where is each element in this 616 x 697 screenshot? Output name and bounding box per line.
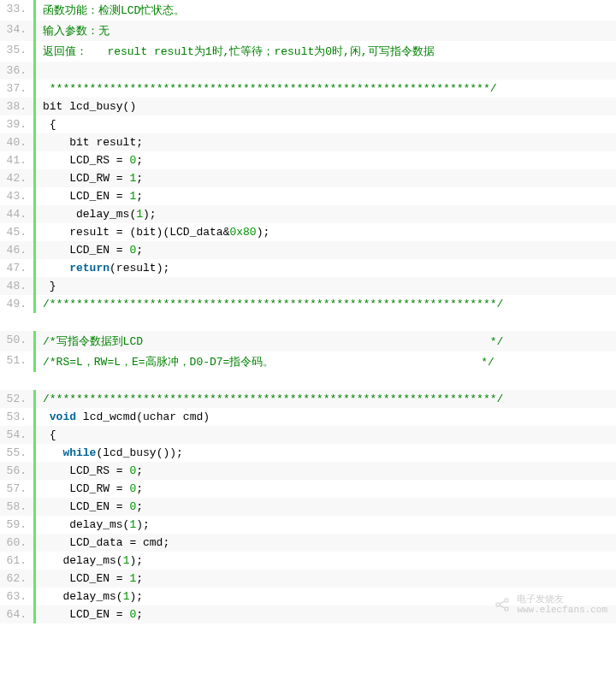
line-content: LCD_data = cmd; xyxy=(36,534,616,552)
line-content: /*RS=L，RW=L，E=高脉冲，D0-D7=指令码。 */ xyxy=(36,351,616,372)
line-content: 返回值： result result为1时,忙等待；result为0时,闲,可写… xyxy=(36,41,616,62)
line-content: delay_ms(1); xyxy=(36,552,616,570)
code-line: 42. LCD_RW = 1; xyxy=(0,169,616,187)
code-line: 59. delay_ms(1); xyxy=(0,516,616,534)
code-line: 49./************************************… xyxy=(0,295,616,313)
line-content: LCD_EN = 1; xyxy=(36,187,616,205)
code-line: 36. xyxy=(0,62,616,80)
watermark-text-2: www.elecfans.com xyxy=(517,605,607,615)
line-number: 61. xyxy=(0,552,36,570)
line-number: 48. xyxy=(0,277,36,295)
code-line: 41. LCD_RS = 0; xyxy=(0,151,616,169)
line-content: } xyxy=(36,277,616,295)
line-number xyxy=(0,372,36,390)
line-content: while(lcd_busy()); xyxy=(36,444,616,462)
line-content: void lcd_wcmd(uchar cmd) xyxy=(36,408,616,426)
svg-point-0 xyxy=(496,603,500,606)
svg-point-2 xyxy=(505,607,508,611)
line-content xyxy=(36,372,616,390)
code-line: 53. void lcd_wcmd(uchar cmd) xyxy=(0,408,616,426)
line-number: 38. xyxy=(0,97,36,115)
code-line: 47. return(result); xyxy=(0,259,616,277)
code-line: 58. LCD_EN = 0; xyxy=(0,498,616,516)
code-line: 46. LCD_EN = 0; xyxy=(0,241,616,259)
code-line: 43. LCD_EN = 1; xyxy=(0,187,616,205)
line-content: return(result); xyxy=(36,259,616,277)
line-number: 44. xyxy=(0,205,36,223)
line-number: 34. xyxy=(0,21,36,41)
line-number: 52. xyxy=(0,390,36,408)
code-line xyxy=(0,313,616,331)
line-content: LCD_RW = 0; xyxy=(36,480,616,498)
code-line: 38.bit lcd_busy() xyxy=(0,97,616,115)
line-number: 60. xyxy=(0,534,36,552)
line-number: 45. xyxy=(0,223,36,241)
code-line: 37. ************************************… xyxy=(0,80,616,97)
line-content: delay_ms(1); xyxy=(36,205,616,223)
line-number: 35. xyxy=(0,41,36,62)
line-number: 56. xyxy=(0,462,36,480)
code-line: 57. LCD_RW = 0; xyxy=(0,480,616,498)
line-content: LCD_EN = 0; xyxy=(36,241,616,259)
line-content: LCD_EN = 0; xyxy=(36,498,616,516)
code-line: 62. LCD_EN = 1; xyxy=(0,570,616,588)
code-line: 33.函数功能：检测LCD忙状态。 xyxy=(0,0,616,21)
line-content: 输入参数：无 xyxy=(36,21,616,41)
line-number: 51. xyxy=(0,351,36,372)
line-number: 64. xyxy=(0,605,36,623)
line-number: 55. xyxy=(0,444,36,462)
line-content: ****************************************… xyxy=(36,80,616,97)
line-number: 43. xyxy=(0,187,36,205)
code-line: 55. while(lcd_busy()); xyxy=(0,444,616,462)
watermark-icon xyxy=(492,594,512,615)
code-line: 54. { xyxy=(0,426,616,444)
code-line: 61. delay_ms(1); xyxy=(0,552,616,570)
line-number: 40. xyxy=(0,133,36,151)
code-line xyxy=(0,372,616,390)
code-line: 40. bit result; xyxy=(0,133,616,151)
code-line: 39. { xyxy=(0,115,616,133)
code-line: 34.输入参数：无 xyxy=(0,21,616,41)
code-line: 44. delay_ms(1); xyxy=(0,205,616,223)
line-number: 63. xyxy=(0,588,36,605)
line-number: 58. xyxy=(0,498,36,516)
svg-point-1 xyxy=(505,599,508,602)
line-content: LCD_RW = 1; xyxy=(36,169,616,187)
line-number: 47. xyxy=(0,259,36,277)
line-content: LCD_RS = 0; xyxy=(36,462,616,480)
line-number: 36. xyxy=(0,62,36,80)
line-content: delay_ms(1); xyxy=(36,516,616,534)
code-line: 50./*写指令数据到LCD */ xyxy=(0,331,616,351)
line-number: 54. xyxy=(0,426,36,444)
code-line: 35.返回值： result result为1时,忙等待；result为0时,闲… xyxy=(0,41,616,62)
code-container: 33.函数功能：检测LCD忙状态。34.输入参数：无35.返回值： result… xyxy=(0,0,616,623)
line-number: 53. xyxy=(0,408,36,426)
code-line: 48. } xyxy=(0,277,616,295)
line-content: 函数功能：检测LCD忙状态。 xyxy=(36,0,616,21)
line-content: { xyxy=(36,115,616,133)
line-number: 33. xyxy=(0,0,36,21)
line-content xyxy=(36,62,616,80)
watermark: 电子发烧友 www.elecfans.com xyxy=(492,594,607,615)
line-number: 46. xyxy=(0,241,36,259)
line-content: /*写指令数据到LCD */ xyxy=(36,331,616,351)
line-number: 37. xyxy=(0,80,36,97)
line-content: /***************************************… xyxy=(36,295,616,313)
line-number: 49. xyxy=(0,295,36,313)
line-number: 50. xyxy=(0,331,36,351)
line-number: 42. xyxy=(0,169,36,187)
line-content: { xyxy=(36,426,616,444)
code-line: 52./************************************… xyxy=(0,390,616,408)
line-number: 59. xyxy=(0,516,36,534)
code-line: 60. LCD_data = cmd; xyxy=(0,534,616,552)
code-line: 45. result = (bit)(LCD_data&0x80); xyxy=(0,223,616,241)
line-content: LCD_RS = 0; xyxy=(36,151,616,169)
watermark-text-1: 电子发烧友 xyxy=(517,594,607,605)
line-content: result = (bit)(LCD_data&0x80); xyxy=(36,223,616,241)
line-number: 57. xyxy=(0,480,36,498)
line-content: bit result; xyxy=(36,133,616,151)
code-line: 56. LCD_RS = 0; xyxy=(0,462,616,480)
line-number: 62. xyxy=(0,570,36,588)
code-line: 51./*RS=L，RW=L，E=高脉冲，D0-D7=指令码。 */ xyxy=(0,351,616,372)
line-content: LCD_EN = 1; xyxy=(36,570,616,588)
